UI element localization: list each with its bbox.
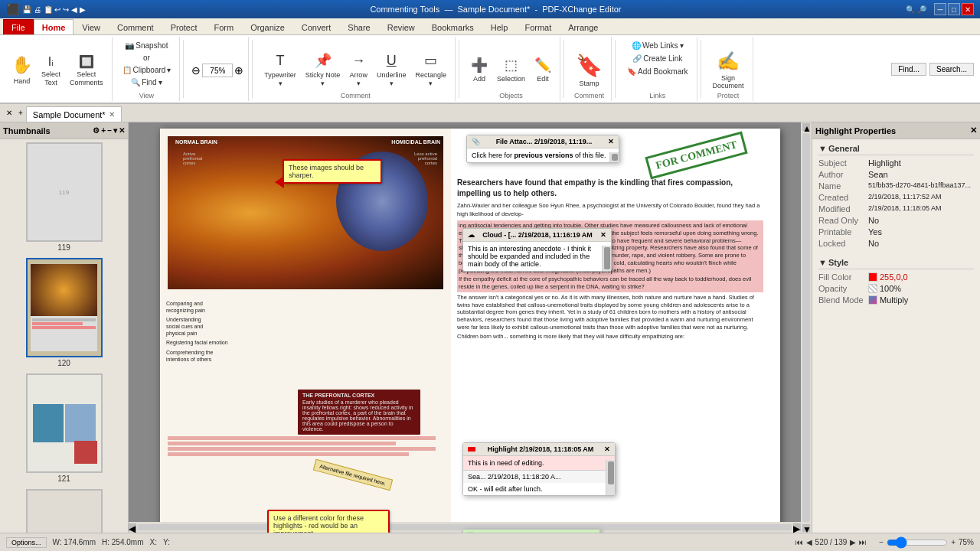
thumbnails-arrow[interactable]: ▾	[113, 126, 117, 135]
thumbnails-settings[interactable]: ⚙	[93, 126, 100, 135]
find-button[interactable]: 🔍 Find ▾	[127, 77, 165, 88]
clipboard-button[interactable]: 📋 Clipboard ▾	[119, 64, 175, 76]
group-label-objects: Objects	[462, 92, 560, 99]
tab-new[interactable]: +	[15, 109, 26, 117]
doc-tab-sample[interactable]: Sample Document* ✕	[26, 106, 122, 122]
scroll-left[interactable]: ◀	[129, 523, 136, 531]
readonly-value: No	[868, 216, 974, 225]
tab-bookmarks[interactable]: Bookmarks	[423, 19, 482, 34]
zoom-level-status: 75%	[959, 538, 974, 546]
tab-convert[interactable]: Convert	[293, 19, 340, 34]
nav-next[interactable]: ▶	[850, 538, 856, 546]
zoom-out-button[interactable]: ⊖	[191, 64, 201, 77]
doc-tab-close[interactable]: ✕	[109, 110, 115, 119]
zoom-input[interactable]	[202, 64, 233, 77]
add-button[interactable]: ➕ Add	[467, 48, 492, 93]
vertical-scrollbar[interactable]: ▲ ▼	[801, 122, 812, 533]
tab-help[interactable]: Help	[482, 19, 517, 34]
scroll-down[interactable]: ▼	[802, 524, 810, 532]
scroll-right[interactable]: ▶	[793, 523, 801, 531]
thumbnail-120[interactable]: 120	[3, 258, 125, 367]
thumbnail-122[interactable]: 122 122	[3, 489, 125, 533]
typewriter-button[interactable]: T Typewriter ▾	[260, 48, 300, 93]
selection-button[interactable]: ⬚ Selection	[493, 48, 529, 93]
tab-arrange[interactable]: Arrange	[560, 19, 606, 34]
close-button[interactable]: ✕	[962, 3, 974, 15]
stamp-button[interactable]: 🔖 Stamp	[572, 48, 606, 93]
thumbnails-minus[interactable]: −	[107, 126, 112, 135]
tab-protect[interactable]: Protect	[162, 19, 206, 34]
prop-fill-color: Fill Color 255,0,0	[818, 272, 974, 282]
find-btn[interactable]: Find...	[891, 63, 926, 76]
tab-format[interactable]: Format	[516, 19, 560, 34]
file-attach-close[interactable]: ✕	[608, 138, 614, 145]
web-links-button[interactable]: 🌐 Web Links ▾	[628, 40, 688, 51]
thumbnails-close[interactable]: ✕	[119, 126, 125, 135]
prop-readonly: Read Only No	[818, 216, 974, 225]
zoom-in-status[interactable]: +	[951, 538, 956, 546]
thumbnail-label-120: 120	[57, 359, 70, 367]
search-btn[interactable]: Search...	[929, 63, 974, 76]
collapse-icon[interactable]: ▼	[818, 144, 827, 153]
select-comments-label: SelectComments	[70, 70, 103, 87]
tab-comment[interactable]: Comment	[109, 19, 162, 34]
tab-home[interactable]: Home	[34, 19, 74, 34]
edit-button[interactable]: ✏️ Edit	[531, 48, 555, 93]
nav-last[interactable]: ⏭	[859, 538, 867, 546]
zoom-in-button[interactable]: ⊕	[234, 64, 243, 77]
hand-button[interactable]: ✋ Hand	[8, 48, 36, 93]
fill-color-swatch[interactable]	[868, 272, 877, 282]
style-section-header: ▼ Style	[818, 256, 974, 269]
highlight-popup[interactable]: Highlight 2/19/2018, 11:18:05 AM ✕ This …	[462, 442, 616, 496]
thumbnail-119[interactable]: 119 119	[3, 142, 125, 252]
title-bar-right[interactable]: 🔍 🔎 ─ □ ✕	[906, 3, 974, 15]
highlight-close[interactable]: ✕	[604, 445, 610, 453]
select-comments-button[interactable]: 🔲 SelectComments	[66, 48, 107, 93]
style-collapse-icon[interactable]: ▼	[818, 258, 827, 267]
minimize-button[interactable]: ─	[934, 3, 946, 15]
scroll-thumb[interactable]	[802, 133, 810, 522]
highlight-scrollbar[interactable]	[606, 460, 615, 495]
page-info: 520 / 139	[815, 538, 848, 546]
zoom-slider[interactable]	[887, 536, 948, 549]
tab-review[interactable]: Review	[379, 19, 423, 34]
sticky-note-arrow: ▾	[321, 80, 325, 88]
select-text-button[interactable]: Iᵢ SelectText	[38, 48, 64, 93]
create-link-button[interactable]: 🔗 Create Link	[629, 53, 686, 64]
sign-doc-button[interactable]: ✍ SignDocument	[709, 48, 748, 93]
thumbnail-121[interactable]: 121	[3, 373, 125, 483]
arrow-button[interactable]: → Arrow ▾	[345, 48, 371, 93]
sticky-note-button[interactable]: 📌 Sticky Note ▾	[302, 48, 345, 93]
arrow-label: Arrow	[349, 71, 368, 80]
tab-view[interactable]: View	[74, 19, 109, 34]
nav-prev[interactable]: ◀	[806, 538, 812, 546]
separator-3	[459, 40, 459, 98]
nav-first[interactable]: ⏮	[795, 538, 803, 546]
underline-close[interactable]: ✕	[589, 532, 595, 533]
name-value: 51fbb35-d270-4841-b1ffbaa137...	[868, 181, 974, 189]
maximize-button[interactable]: □	[948, 3, 960, 15]
tab-share[interactable]: Share	[339, 19, 378, 34]
zoom-out-status[interactable]: −	[879, 538, 884, 546]
ribbon-group-protect: ✍ SignDocument Protect	[704, 37, 753, 101]
cloud-close[interactable]: ✕	[600, 231, 606, 239]
rectangle-button[interactable]: ▭ Rectangle ▾	[411, 48, 450, 93]
options-button[interactable]: Options...	[6, 537, 47, 548]
snapshot-button[interactable]: 📷 Snapshot	[121, 40, 172, 51]
scroll-up[interactable]: ▲	[802, 123, 810, 131]
tab-organize[interactable]: Organize	[242, 19, 293, 34]
doc-name: Sample Document*	[458, 5, 531, 14]
underline-popup[interactable]: U̲ Underline 2/19/2018, 11:24:52 AM ✕ Gr…	[462, 529, 600, 533]
properties-close[interactable]: ✕	[970, 126, 977, 135]
cloud-popup[interactable]: ☁ Cloud - [... 2/19/2018, 11:16:19 AM ✕ …	[462, 228, 612, 272]
underline-button[interactable]: U Underline ▾	[373, 48, 410, 93]
cloud-scrollbar[interactable]	[602, 246, 611, 271]
thumbnails-add[interactable]: +	[101, 126, 106, 135]
tab-close-all[interactable]: ✕	[3, 109, 15, 117]
tab-form[interactable]: Form	[206, 19, 243, 34]
file-attach-scrollbar[interactable]	[609, 152, 619, 162]
prefrontal-note: THE PREFRONTAL CORTEX Early studies of a…	[298, 390, 420, 435]
tab-file[interactable]: File	[3, 19, 34, 34]
add-bookmark-button[interactable]: 🔖 Add Bookmark	[623, 66, 692, 77]
file-attach-popup[interactable]: 📎 File Attac... 2/19/2018, 11:19... ✕ Cl…	[466, 135, 619, 163]
